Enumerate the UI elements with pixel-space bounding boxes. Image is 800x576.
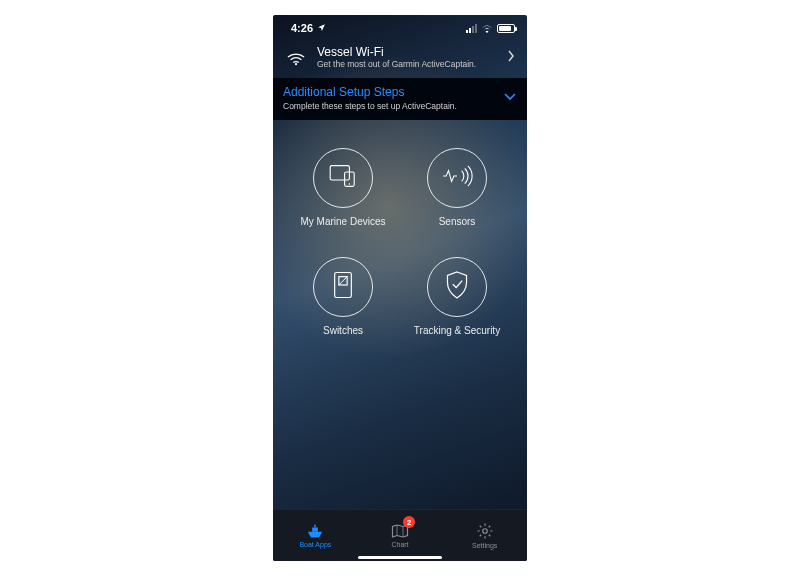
setup-banner[interactable]: Additional Setup Steps Complete these st… — [273, 78, 527, 120]
gear-icon — [476, 522, 494, 540]
vessel-wifi-subtitle: Get the most out of Garmin ActiveCaptain… — [317, 59, 476, 69]
feature-label: Tracking & Security — [414, 325, 500, 336]
feature-marine-devices[interactable]: My Marine Devices — [291, 148, 395, 227]
svg-point-3 — [349, 183, 351, 185]
tab-bar: Boat Apps 2 Chart Settings — [273, 509, 527, 561]
feature-label: Sensors — [439, 216, 476, 227]
status-bar: 4:26 — [273, 15, 527, 37]
feature-tracking-security[interactable]: Tracking & Security — [405, 257, 509, 336]
svg-rect-1 — [330, 165, 349, 179]
svg-rect-6 — [315, 525, 316, 528]
status-time: 4:26 — [291, 22, 313, 34]
switches-icon — [332, 270, 354, 304]
svg-point-7 — [482, 529, 487, 534]
feature-label: My Marine Devices — [300, 216, 385, 227]
chevron-right-icon — [507, 48, 515, 66]
boat-icon — [305, 523, 325, 539]
tab-chart[interactable]: 2 Chart — [358, 510, 443, 561]
cellular-icon — [466, 24, 477, 33]
tab-label: Chart — [391, 541, 408, 548]
chart-badge: 2 — [403, 516, 415, 528]
chevron-down-icon — [503, 88, 517, 106]
svg-point-0 — [295, 63, 297, 65]
wifi-signal-icon — [285, 48, 307, 66]
feature-grid: My Marine Devices Sensors — [273, 120, 527, 336]
feature-switches[interactable]: Switches — [291, 257, 395, 336]
location-icon — [317, 22, 326, 34]
wifi-icon — [481, 24, 493, 33]
devices-icon — [327, 162, 359, 194]
tab-settings[interactable]: Settings — [442, 510, 527, 561]
setup-title: Additional Setup Steps — [283, 85, 517, 99]
home-indicator — [358, 556, 442, 559]
tab-label: Settings — [472, 542, 497, 549]
setup-subtitle: Complete these steps to set up ActiveCap… — [283, 101, 517, 111]
app-screen: 4:26 Vessel Wi-Fi Get — [273, 15, 527, 561]
battery-icon — [497, 24, 515, 33]
tab-label: Boat Apps — [299, 541, 331, 548]
feature-label: Switches — [323, 325, 363, 336]
feature-sensors[interactable]: Sensors — [405, 148, 509, 227]
shield-icon — [444, 270, 470, 304]
tab-boat-apps[interactable]: Boat Apps — [273, 510, 358, 561]
vessel-wifi-title: Vessel Wi-Fi — [317, 45, 476, 59]
vessel-wifi-row[interactable]: Vessel Wi-Fi Get the most out of Garmin … — [273, 37, 527, 78]
sensors-icon — [440, 164, 474, 192]
